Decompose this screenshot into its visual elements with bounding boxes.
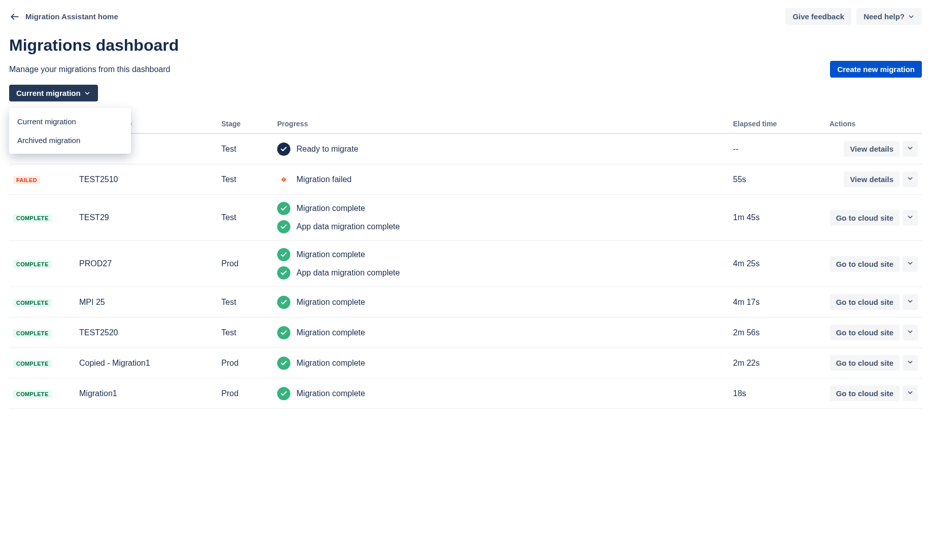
migration-name: TEST29 [75,195,217,241]
elapsed-time: 2m 22s [729,348,825,378]
elapsed-time: 55s [729,164,825,195]
chevron-down-icon [907,145,914,153]
need-help-button[interactable]: Need help? [856,8,922,25]
row-actions-menu-button[interactable] [903,171,918,187]
progress-item: Ready to migrate [277,143,725,156]
table-row: COMPLETETEST29TestMigration completeApp … [9,195,922,241]
table-row: COMPLETEPROD27ProdMigration completeApp … [9,241,922,287]
table-row: COMPLETEMPI 25TestMigration complete4m 1… [9,287,922,318]
row-actions-menu-button[interactable] [903,386,918,401]
elapsed-time: 1m 45s [729,195,825,241]
breadcrumb-home-link[interactable]: Migration Assistant home [25,12,118,21]
page-title: Migrations dashboard [9,36,922,55]
migration-stage: Prod [217,378,273,409]
progress-item: Migration complete [277,387,725,400]
migrations-table: Status Migration name Stage Progress Ela… [9,115,922,409]
check-circle-icon [277,296,290,309]
go-to-cloud-site-button[interactable]: Go to cloud site [830,325,900,340]
migration-stage: Test [217,287,273,318]
go-to-cloud-site-button[interactable]: Go to cloud site [830,355,900,371]
col-header-stage: Stage [217,115,273,133]
row-actions-menu-button[interactable] [903,256,918,272]
progress-item: App data migration complete [277,266,725,279]
go-to-cloud-site-button[interactable]: Go to cloud site [830,210,900,226]
progress-text: Migration complete [296,389,365,398]
table-row: COMPLETEMigration1ProdMigration complete… [9,378,922,409]
table-row: COMPLETETEST2520TestMigration complete2m… [9,318,922,348]
filter-option-archived[interactable]: Archived migration [9,131,131,150]
check-circle-icon [277,202,290,215]
view-details-button[interactable]: View details [844,171,900,187]
table-row: COMPLETECopied - Migration1ProdMigration… [9,348,922,378]
progress-text: Migration complete [296,328,365,337]
progress-item: Migration complete [277,357,725,370]
progress-text: Migration failed [296,175,352,184]
back-arrow-icon[interactable] [9,11,20,22]
status-badge: COMPLETE [13,329,52,337]
migration-name: MPI 25 [75,287,217,318]
row-actions-menu-button[interactable] [903,355,918,371]
chevron-down-icon [907,389,914,398]
table-row: FAILEDTEST2510TestMigration failed55sVie… [9,164,922,195]
migration-stage: Prod [217,348,273,378]
elapsed-time: -- [729,133,825,164]
filter-dropdown-menu: Current migration Archived migration [9,108,131,154]
row-actions-menu-button[interactable] [903,210,918,226]
chevron-down-icon [907,359,914,367]
go-to-cloud-site-button[interactable]: Go to cloud site [830,256,900,272]
filter-selected-label: Current migration [16,89,81,97]
table-row: SAVEDTEST2910TestReady to migrate--View … [9,133,922,164]
need-help-label: Need help? [863,12,905,21]
progress-text: Migration complete [296,250,365,259]
svg-point-3 [283,180,284,181]
status-badge: COMPLETE [13,214,52,222]
filter-option-current[interactable]: Current migration [9,112,131,131]
check-circle-icon [277,387,290,400]
progress-text: App data migration complete [296,222,400,231]
progress-text: Migration complete [296,298,365,307]
migration-name: Copied - Migration1 [75,348,217,378]
migration-stage: Test [217,133,273,164]
progress-text: App data migration complete [296,268,400,277]
filter-dropdown-button[interactable]: Current migration [9,85,98,101]
progress-item: App data migration complete [277,220,725,233]
migration-stage: Test [217,164,273,195]
check-circle-icon [277,357,290,370]
status-badge: COMPLETE [13,360,52,368]
create-migration-button[interactable]: Create new migration [830,61,922,78]
progress-item: Migration complete [277,296,725,309]
migration-name: TEST2510 [75,164,217,195]
row-actions-menu-button[interactable] [903,325,918,340]
migration-stage: Test [217,318,273,348]
check-circle-icon [277,326,290,339]
chevron-down-icon [907,260,914,268]
give-feedback-button[interactable]: Give feedback [785,8,851,25]
check-circle-icon [277,266,290,279]
migration-stage: Test [217,195,273,241]
migration-name: TEST2520 [75,318,217,348]
migration-stage: Prod [217,241,273,287]
col-header-progress: Progress [273,115,729,133]
view-details-button[interactable]: View details [844,141,900,157]
go-to-cloud-site-button[interactable]: Go to cloud site [830,386,900,401]
page-subtitle: Manage your migrations from this dashboa… [9,65,171,74]
elapsed-time: 4m 25s [729,241,825,287]
alert-diamond-icon [277,173,290,186]
chevron-down-icon [84,90,91,97]
col-header-elapsed: Elapsed time [729,115,825,133]
chevron-down-icon [907,298,914,306]
status-badge: FAILED [13,176,40,184]
chevron-down-icon [908,13,915,20]
elapsed-time: 18s [729,378,825,409]
chevron-down-icon [907,328,914,337]
elapsed-time: 2m 56s [729,318,825,348]
row-actions-menu-button[interactable] [903,294,918,310]
progress-item: Migration complete [277,326,725,339]
row-actions-menu-button[interactable] [903,141,918,157]
progress-text: Ready to migrate [296,145,358,154]
chevron-down-icon [907,214,914,222]
go-to-cloud-site-button[interactable]: Go to cloud site [830,294,900,310]
chevron-down-icon [907,175,914,184]
check-circle-icon [277,248,290,261]
progress-item: Migration complete [277,202,725,215]
